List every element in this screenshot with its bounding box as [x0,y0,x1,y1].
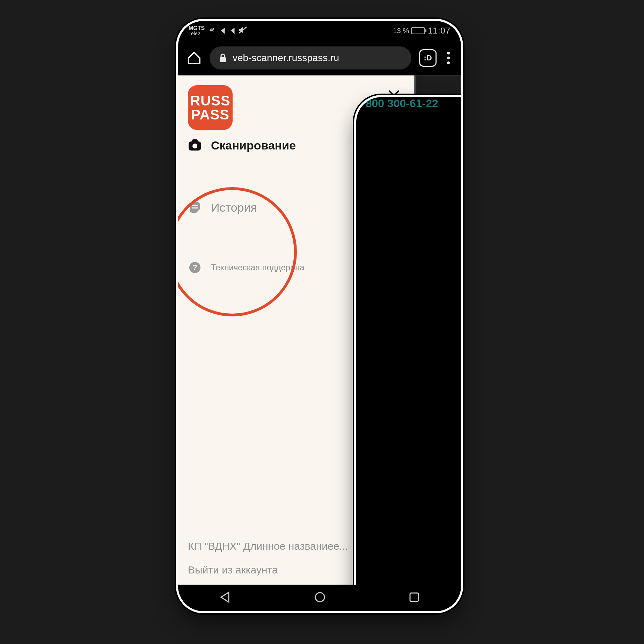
url-text: veb-scanner.russpass.ru [233,52,339,64]
russpass-logo[interactable]: RUSS PASS [188,85,233,130]
signal-icon [227,28,235,34]
carrier-labels: MGTS Tele2 [189,25,205,36]
svg-rect-5 [192,139,198,143]
support-phone[interactable]: 8 800 300-61-22 [356,97,461,585]
side-drawer: RUSS PASS [178,75,414,585]
svg-rect-9 [192,207,198,208]
svg-rect-1 [220,57,226,62]
signal-icon [217,28,225,34]
overflow-menu-icon[interactable] [444,50,453,66]
signal-strength: 46 [210,28,234,34]
recents-icon[interactable] [408,591,420,605]
svg-rect-8 [192,205,198,206]
carrier-1: MGTS [189,25,205,31]
svg-rect-14 [410,593,418,601]
svg-marker-12 [221,592,229,602]
phone-frame: MGTS Tele2 46 13 % [178,21,461,611]
camera-icon [188,138,202,152]
help-icon: ? [188,261,202,275]
menu-label: История [211,201,257,214]
webview: RUSS PASS [178,75,461,585]
svg-point-6 [192,144,197,148]
home-icon[interactable] [186,50,202,66]
address-bar[interactable]: veb-scanner.russpass.ru [210,46,411,69]
carrier-2: Tele2 [189,31,205,36]
home-circle-icon[interactable] [314,591,326,605]
mute-icon [238,26,247,36]
svg-point-13 [315,593,324,602]
support-block: ? Техническая поддержка 8 800 300-61-22 [188,261,404,275]
svg-text:?: ? [192,263,197,272]
android-status-bar: MGTS Tele2 46 13 % [178,21,461,41]
lock-icon [219,53,227,63]
tabs-button[interactable]: :D [419,49,437,67]
android-nav-bar [178,585,461,611]
note-icon [188,200,202,214]
clock: 11:07 [428,26,451,36]
browser-toolbar: veb-scanner.russpass.ru :D [178,41,461,75]
support-label: Техническая поддержка [211,263,305,272]
menu-label: Сканирование [211,139,296,152]
back-icon[interactable] [219,591,232,605]
battery-indicator: 13 % [393,27,425,35]
